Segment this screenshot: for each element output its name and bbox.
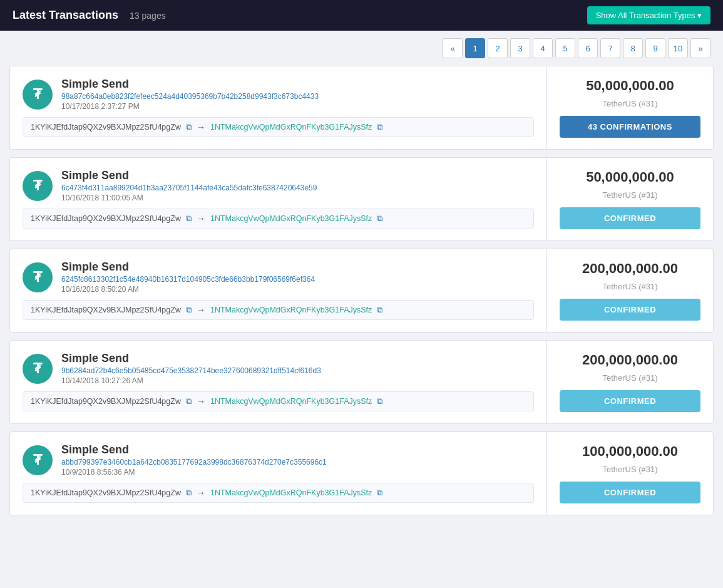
page-1[interactable]: 1 [465,38,485,58]
transaction-type: Simple Send [61,352,321,365]
page-3[interactable]: 3 [510,38,530,58]
arrow-icon: → [197,396,205,406]
confirmed-button[interactable]: CONFIRMED [560,482,700,503]
transaction-main: ₮ Simple Send 6c473f4d311aa899204d1b3aa2… [10,158,547,240]
transaction-amount: 100,000,000.00 [582,443,678,460]
transaction-header: ₮ Simple Send abbd799397e3460cb1a642cb08… [23,443,534,477]
transaction-type: Simple Send [61,78,319,91]
transaction-card: ₮ Simple Send 9b6284ad72b4c6e5b05485cd47… [9,340,714,424]
transaction-addresses: 1KYiKJEfdJtap9QX2v9BXJMpz2SfU4pgZw ⧉ → 1… [23,483,534,503]
page-count: 13 pages [130,11,166,21]
copy-from-icon[interactable]: ⧉ [186,305,192,315]
transaction-type: Simple Send [61,169,317,182]
from-address[interactable]: 1KYiKJEfdJtap9QX2v9BXJMpz2SfU4pgZw [31,123,181,132]
transaction-amount: 200,000,000.00 [582,352,678,368]
transaction-hash[interactable]: 9b6284ad72b4c6e5b05485cd475e35382714bee3… [61,366,321,375]
transaction-hash[interactable]: 6c473f4d311aa899204d1b3aa23705f1144afe43… [61,183,317,192]
transaction-date: 10/9/2018 8:56:36 AM [61,468,327,477]
transaction-header: ₮ Simple Send 6c473f4d311aa899204d1b3aa2… [23,169,534,202]
copy-to-icon[interactable]: ⧉ [377,305,382,315]
transaction-header: ₮ Simple Send 6245fc8613302f1c54e48940b1… [23,260,534,294]
from-address[interactable]: 1KYiKJEfdJtap9QX2v9BXJMpz2SfU4pgZw [31,397,181,406]
transaction-header: ₮ Simple Send 98a87c664a0eb823f2fefeec52… [23,78,534,111]
page-9[interactable]: 9 [645,38,665,58]
transaction-info: Simple Send abbd799397e3460cb1a642cb0835… [61,443,327,477]
transaction-addresses: 1KYiKJEfdJtap9QX2v9BXJMpz2SfU4pgZw ⧉ → 1… [23,391,534,411]
page-5[interactable]: 5 [555,38,575,58]
transaction-date: 10/16/2018 11:00:05 AM [61,193,317,202]
page-prev[interactable]: « [443,38,463,58]
pagination-container: « 1 2 3 4 5 6 7 8 9 10 » [0,31,723,66]
transaction-info: Simple Send 6c473f4d311aa899204d1b3aa237… [61,169,317,202]
transactions-list: ₮ Simple Send 98a87c664a0eb823f2fefeec52… [0,66,723,532]
transaction-currency: TetherUS (#31) [602,99,657,108]
transaction-card: ₮ Simple Send 6245fc8613302f1c54e48940b1… [9,249,714,333]
to-address[interactable]: 1NTMakcgVwQpMdGxRQnFKyb3G1FAJysSfz [210,123,372,132]
from-address[interactable]: 1KYiKJEfdJtap9QX2v9BXJMpz2SfU4pgZw [31,214,181,223]
copy-from-icon[interactable]: ⧉ [186,488,192,498]
transaction-info: Simple Send 9b6284ad72b4c6e5b05485cd475e… [61,352,321,385]
confirmations-button[interactable]: 43 CONFIRMATIONS [560,116,700,138]
transaction-right: 200,000,000.00 TetherUS (#31) CONFIRMED [547,341,713,423]
copy-to-icon[interactable]: ⧉ [377,214,382,224]
arrow-icon: → [197,488,205,498]
copy-from-icon[interactable]: ⧉ [186,122,192,132]
to-address[interactable]: 1NTMakcgVwQpMdGxRQnFKyb3G1FAJysSfz [210,306,372,314]
confirmed-button[interactable]: CONFIRMED [560,207,700,229]
transaction-main: ₮ Simple Send 6245fc8613302f1c54e48940b1… [10,249,547,332]
tether-icon: ₮ [23,262,53,292]
transaction-main: ₮ Simple Send 98a87c664a0eb823f2fefeec52… [10,66,547,149]
transaction-date: 10/16/2018 8:50:20 AM [61,285,315,294]
transaction-hash[interactable]: abbd799397e3460cb1a642cb0835177692a3998d… [61,458,327,467]
tether-icon: ₮ [23,80,53,110]
transaction-info: Simple Send 6245fc8613302f1c54e48940b163… [61,260,315,294]
to-address[interactable]: 1NTMakcgVwQpMdGxRQnFKyb3G1FAJysSfz [210,397,372,406]
confirmed-button[interactable]: CONFIRMED [560,390,700,412]
from-address[interactable]: 1KYiKJEfdJtap9QX2v9BXJMpz2SfU4pgZw [31,488,181,497]
page-8[interactable]: 8 [623,38,643,58]
tether-icon: ₮ [23,354,53,384]
page-4[interactable]: 4 [533,38,553,58]
transaction-addresses: 1KYiKJEfdJtap9QX2v9BXJMpz2SfU4pgZw ⧉ → 1… [23,209,534,229]
transaction-currency: TetherUS (#31) [602,282,657,291]
transaction-type: Simple Send [61,443,327,456]
to-address[interactable]: 1NTMakcgVwQpMdGxRQnFKyb3G1FAJysSfz [210,488,372,497]
transaction-right: 50,000,000.00 TetherUS (#31) CONFIRMED [547,158,713,240]
copy-to-icon[interactable]: ⧉ [377,396,382,406]
transaction-hash[interactable]: 6245fc8613302f1c54e48940b16317d104905c3f… [61,275,315,284]
pagination: « 1 2 3 4 5 6 7 8 9 10 » [443,38,710,58]
page-header: Latest Transactions 13 pages Show All Tr… [0,0,723,31]
confirmed-button[interactable]: CONFIRMED [560,299,700,321]
transaction-date: 10/14/2018 10:27:26 AM [61,376,321,385]
page-next[interactable]: » [690,38,710,58]
arrow-icon: → [197,214,205,224]
transaction-info: Simple Send 98a87c664a0eb823f2fefeec524a… [61,78,319,111]
copy-to-icon[interactable]: ⧉ [377,122,382,132]
transaction-main: ₮ Simple Send abbd799397e3460cb1a642cb08… [10,432,547,515]
page-6[interactable]: 6 [578,38,598,58]
copy-from-icon[interactable]: ⧉ [186,214,192,224]
page-title: Latest Transactions [13,9,118,22]
transaction-card: ₮ Simple Send 6c473f4d311aa899204d1b3aa2… [9,157,714,241]
transaction-currency: TetherUS (#31) [602,190,657,200]
copy-from-icon[interactable]: ⧉ [186,396,192,406]
transaction-right: 200,000,000.00 TetherUS (#31) CONFIRMED [547,249,713,332]
transaction-type: Simple Send [61,260,315,274]
arrow-icon: → [197,305,205,315]
transaction-right: 50,000,000.00 TetherUS (#31) 43 CONFIRMA… [547,66,713,149]
tether-icon: ₮ [23,445,53,475]
to-address[interactable]: 1NTMakcgVwQpMdGxRQnFKyb3G1FAJysSfz [210,214,372,223]
transaction-main: ₮ Simple Send 9b6284ad72b4c6e5b05485cd47… [10,341,547,423]
copy-to-icon[interactable]: ⧉ [377,488,382,498]
page-10[interactable]: 10 [668,38,688,58]
page-2[interactable]: 2 [488,38,508,58]
transaction-currency: TetherUS (#31) [602,465,657,474]
from-address[interactable]: 1KYiKJEfdJtap9QX2v9BXJMpz2SfU4pgZw [31,306,181,314]
transaction-type-dropdown[interactable]: Show All Transaction Types ▾ [587,6,710,24]
arrow-icon: → [197,122,205,132]
transaction-header: ₮ Simple Send 9b6284ad72b4c6e5b05485cd47… [23,352,534,385]
transaction-amount: 50,000,000.00 [586,169,674,185]
transaction-hash[interactable]: 98a87c664a0eb823f2fefeec524a4d40395369b7… [61,92,319,101]
transaction-currency: TetherUS (#31) [602,373,657,383]
page-7[interactable]: 7 [600,38,620,58]
